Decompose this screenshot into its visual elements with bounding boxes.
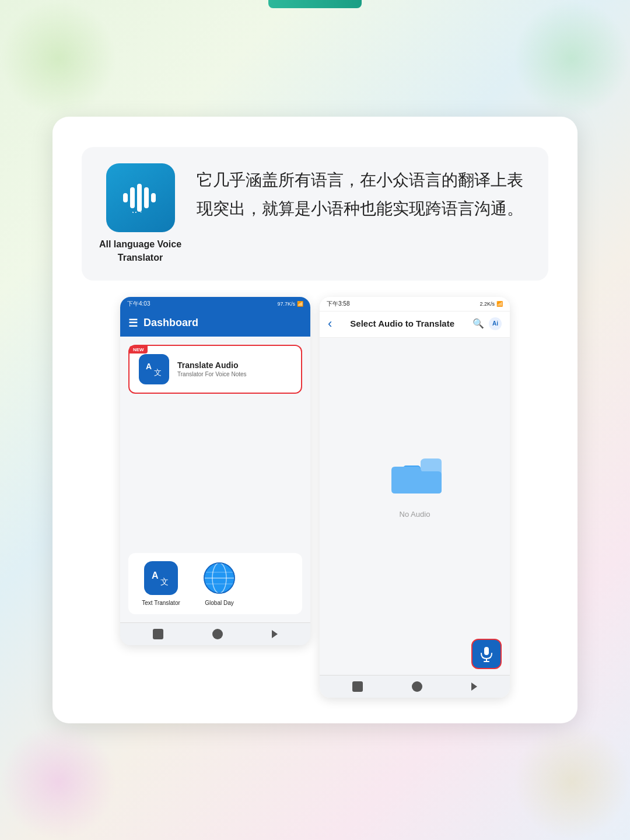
phone2-mockup: 下午3:58 2.2K/s 📶 ‹ Select Audio to Transl… — [320, 297, 510, 698]
translate-audio-subtitle: Translator For Voice Notes — [177, 371, 247, 377]
app-description: 它几乎涵盖所有语言，在小众语言的翻译上表现突出，就算是小语种也能实现跨语言沟通。 — [197, 163, 532, 223]
phone1-time: 下午4:03 — [127, 300, 150, 308]
fab-button[interactable] — [471, 639, 502, 669]
app-name-label: All language Voice Translator — [99, 238, 181, 264]
text-translator-item[interactable]: A 文 Text Translator — [138, 561, 184, 606]
phone2-nav-back[interactable] — [471, 682, 477, 691]
svg-rect-0 — [123, 193, 128, 202]
svg-text:Voice: Voice — [132, 211, 149, 213]
svg-rect-4 — [151, 193, 156, 202]
phone2-content: × No Audio — [320, 338, 510, 634]
svg-rect-2 — [137, 184, 142, 212]
translate-audio-title: Translate Audio — [177, 360, 247, 370]
hamburger-icon[interactable]: ☰ — [128, 317, 138, 330]
phone1-nav-bar — [120, 622, 310, 645]
global-day-item[interactable]: Global Day — [196, 561, 243, 606]
app-info-left: Voice All language Voice Translator — [98, 163, 183, 264]
new-badge: NEW — [130, 346, 148, 354]
folder-icon-svg: × — [386, 453, 444, 499]
svg-text:A: A — [146, 362, 152, 371]
phone2-status-icons: 2.2K/s 📶 — [480, 301, 503, 307]
phone2-time: 下午3:58 — [327, 300, 349, 308]
phone1-nav-square[interactable] — [153, 629, 163, 639]
no-audio-illustration: × — [386, 453, 444, 499]
phone2-fab-area — [320, 634, 510, 675]
phone1-nav-back[interactable] — [272, 630, 278, 638]
global-day-icon — [202, 561, 236, 595]
main-card: Voice All language Voice Translator 它几乎涵… — [52, 117, 578, 723]
svg-rect-18 — [484, 647, 489, 655]
translate-audio-card[interactable]: NEW A 文 Translate Audio Translator For V… — [128, 345, 302, 394]
translate-audio-card-icon: A 文 — [139, 354, 169, 384]
app-info-section: Voice All language Voice Translator 它几乎涵… — [82, 147, 548, 281]
phone2-nav-bar — [320, 675, 510, 698]
svg-rect-1 — [130, 187, 135, 208]
phone1-status-bar: 下午4:03 97.7K/s 📶 — [120, 297, 310, 311]
search-icon[interactable]: 🔍 — [473, 318, 484, 329]
phone2-back-icon[interactable]: ‹ — [328, 317, 332, 330]
phone1-header: ☰ Dashboard — [120, 311, 310, 337]
app-icon: Voice — [106, 163, 175, 232]
phone2-header-icons: 🔍 Ai — [473, 317, 502, 330]
phone2-nav-square[interactable] — [352, 681, 363, 692]
svg-text:A: A — [152, 570, 159, 580]
phone1-header-title: Dashboard — [144, 317, 198, 329]
phone2-header: ‹ Select Audio to Translate 🔍 Ai — [320, 312, 510, 338]
text-translator-icon: A 文 — [144, 561, 178, 595]
mic-icon — [478, 646, 495, 662]
svg-text:文: 文 — [154, 368, 162, 377]
phone1-content: NEW A 文 Translate Audio Translator For V… — [120, 337, 310, 622]
translate-icon: A 文 — [144, 360, 164, 379]
text-translator-icon-svg: A 文 — [150, 568, 172, 588]
global-day-label: Global Day — [205, 600, 233, 606]
phone1-mockup: 下午4:03 97.7K/s 📶 ☰ Dashboard NEW — [120, 297, 310, 645]
accent-bar — [268, 0, 362, 8]
ai-icon[interactable]: Ai — [489, 317, 502, 330]
translate-audio-text: Translate Audio Translator For Voice Not… — [177, 360, 247, 377]
svg-rect-3 — [144, 187, 149, 208]
text-translator-label: Text Translator — [142, 600, 180, 606]
phone2-nav-circle[interactable] — [412, 681, 422, 692]
phone1-status-icons: 97.7K/s 📶 — [277, 301, 303, 307]
no-audio-text: No Audio — [400, 510, 430, 519]
svg-text:文: 文 — [160, 577, 169, 586]
waveform-icon: Voice — [121, 183, 160, 213]
phone2-header-title: Select Audio to Translate — [332, 318, 473, 328]
phone1-nav-circle[interactable] — [212, 629, 223, 639]
phone2-status-bar: 下午3:58 2.2K/s 📶 — [320, 297, 510, 312]
phones-container: 下午4:03 97.7K/s 📶 ☰ Dashboard NEW — [82, 297, 548, 698]
phone1-app-grid: A 文 Text Translator — [128, 553, 302, 614]
globe-icon — [203, 562, 236, 594]
